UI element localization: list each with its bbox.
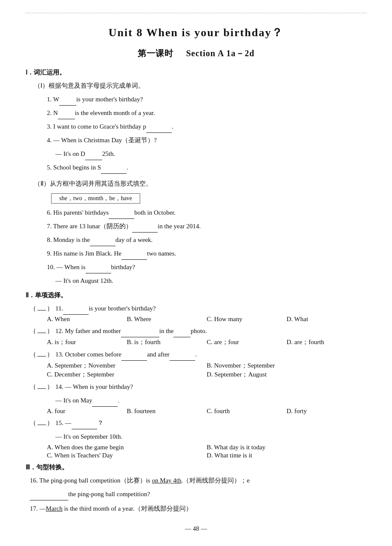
blank-13b[interactable] [170,353,195,361]
main-title: Unit 8 When is your birthday？ [26,25,366,40]
q15-options-2: C. When is Teachers' Day D. What time is… [26,452,366,459]
q15-options: A. When does the game begin B. What day … [26,444,366,451]
q10b: — It's on August 12th. [26,274,366,287]
underline-q17: March [46,505,63,512]
q17-text: 17. —March is the third month of a year.… [26,502,366,515]
q13-d: D. September；August [207,371,366,379]
q14-sub: — It's on May. [26,394,366,407]
blank-12b[interactable] [173,330,190,337]
q15-b: B. What day is it today [207,444,366,451]
blank-14[interactable] [92,399,118,407]
q3: 3. I want to come to Grace's birthday p. [26,120,366,133]
q15-d: D. What time is it [207,452,366,459]
top-border [26,13,366,13]
section-vocabulary: Ⅰ．词汇运用。 （Ⅰ）根据句意及首字母提示完成单词。 1. Wis your m… [26,69,366,287]
q13-b: B. November；September [207,362,366,370]
page-number: — 48 — [26,525,366,532]
section-transform: Ⅲ．句型转换。 16. The ping-pong ball competiti… [26,463,366,515]
section-mc: Ⅱ．单项选择。 （ ） 11.is your brother's birthda… [26,291,366,459]
q5: 5. School begins in S. [26,161,366,174]
q12-d: D. are；fourth [287,338,367,346]
q11-text: 11.is your brother's birthday? [55,302,156,315]
q11-options: A. When B. Where C. How many D. What [26,316,366,323]
section1-label: Ⅰ．词汇运用。 [26,69,366,77]
q13-options-2: C. December；September D. September；Augus… [26,371,366,379]
q14-c: C. fourth [207,408,287,415]
mc-bracket-14[interactable] [37,381,46,389]
mc-bracket-13[interactable] [37,349,46,356]
q4a: 4. — When is Christmas Day（圣诞节）? [26,134,366,147]
q8: 8. Monday is theday of a week. [26,233,366,246]
blank-1[interactable] [59,98,76,106]
section3-label: Ⅲ．句型转换。 [26,463,366,471]
q15-sub: — It's on September 10th. [26,430,366,443]
word-box: she，two，month，be，have [26,191,366,206]
q12-text: 12. My father and motherin thephoto. [55,325,207,337]
q14-row: （ ） 14. — When is your birthday? [26,380,366,394]
mc-bracket-15[interactable] [37,417,46,425]
underline-q16: on May 4th [152,477,181,484]
q9: 9. His name is Jim Black. Hetwo names. [26,247,366,260]
q11-c: C. How many [207,316,287,323]
q14-text: 14. — When is your birthday? [55,380,133,393]
q16-blank-line: the ping-pong ball competition? [26,488,366,500]
part1-label: （Ⅰ）根据句意及首字母提示完成单词。 [26,79,366,92]
blank-2[interactable] [58,112,75,119]
q7: 7. There are 13 lunar（阴历的）in the year 20… [26,220,366,233]
q11-row: （ ） 11.is your brother's birthday? [26,302,366,316]
q14-d: D. forty [287,408,367,415]
q2: 2. Nis the eleventh month of a year. [26,106,366,119]
q4b: — It's on D25th. [26,147,366,160]
blank-4[interactable] [85,152,102,160]
q6: 6. His parents' birthdaysboth in October… [26,206,366,219]
q15-c: C. When is Teachers' Day [47,452,207,459]
q14-b: B. fourteen [127,408,207,415]
q14-a: A. four [47,408,127,415]
q12-c: C. are；four [207,338,287,346]
mc-bracket-12[interactable] [37,325,46,333]
blank-10[interactable] [86,266,111,273]
q12-row: （ ） 12. My father and motherin thephoto. [26,325,366,338]
q13-row: （ ） 13. October comes beforeand after. [26,348,366,362]
q12-options: A. is；four B. is；fourth C. are；four D. a… [26,338,366,346]
page: Unit 8 When is your birthday？ 第一课时 Secti… [0,0,392,546]
q12-b: B. is；fourth [127,338,207,346]
q1: 1. Wis your mother's birthday? [26,93,366,106]
section2-label: Ⅱ．单项选择。 [26,291,366,299]
blank-9[interactable] [121,252,147,260]
q13-c: C. December；September [47,371,207,379]
blank-13a[interactable] [121,353,147,361]
q12-a: A. is；four [47,338,127,346]
sub-title-en: Section A 1a－2d [186,49,255,58]
q13-text: 13. October comes beforeand after. [55,348,197,361]
q15-text: 15. —？ [55,417,104,429]
blank-3[interactable] [146,125,172,133]
blank-8[interactable] [90,239,115,246]
sub-title: 第一课时 Section A 1a－2d [26,48,366,59]
part2-label: （Ⅱ）从方框中选词并用其适当形式填空。 [26,177,366,190]
blank-11[interactable] [63,307,89,315]
q16-text: 16. The ping-pong ball competition（比赛）is… [26,474,366,487]
q15-a: A. When does the game begin [47,444,207,451]
q11-b: B. Where [127,316,207,323]
blank-15[interactable] [72,422,97,429]
blank-6[interactable] [109,211,134,219]
q10a: 10. — When isbirthday? [26,261,366,273]
q13-options: A. September；November B. November；Septem… [26,362,366,370]
q15-row: （ ） 15. —？ [26,417,366,430]
q11-a: A. When [47,316,127,323]
blank-5[interactable] [101,166,127,174]
blank-12a[interactable] [121,330,159,337]
mc-bracket-11[interactable] [37,303,46,310]
q14-options: A. four B. fourteen C. fourth D. forty [26,408,366,415]
blank-16a[interactable] [30,493,68,500]
blank-7[interactable] [132,225,158,233]
sub-title-cn: 第一课时 [138,49,173,58]
q11-d: D. What [287,316,367,323]
q13-a: A. September；November [47,362,207,370]
